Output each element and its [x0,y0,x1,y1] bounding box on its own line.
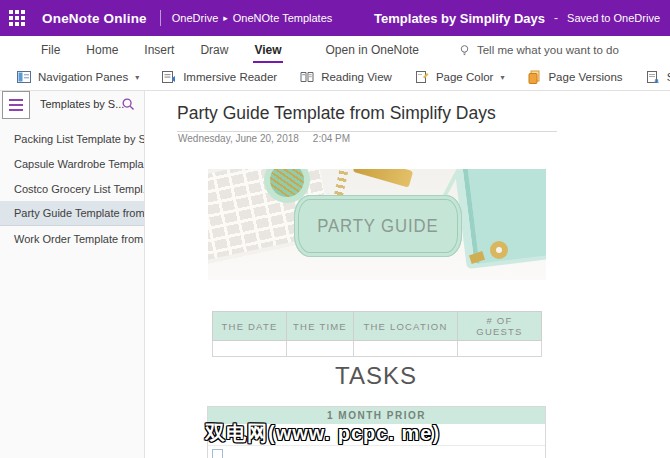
table-cell[interactable] [458,341,542,357]
party-guide-badge: PARTY GUIDE [294,195,462,257]
lightbulb-icon [458,44,471,57]
task-checkbox[interactable] [212,429,223,440]
open-in-onenote-button[interactable]: Open in OneNote [313,43,432,57]
navigation-panes-label: Navigation Panes [38,71,128,83]
sidebar-notebook-label[interactable]: Templates by S... [40,98,124,110]
sidebar-item-capsule-wardrobe[interactable]: Capsule Wardrobe Templa... [0,151,144,176]
column-header-time: THE TIME [287,312,354,341]
page-color-button[interactable]: Page Color ▾ [406,64,513,90]
breadcrumb-root[interactable]: OneDrive [172,12,218,24]
title-dash: - [554,11,558,25]
tab-view[interactable]: View [241,36,294,64]
app-title: OneNote Online [42,11,147,26]
page-title[interactable]: Party Guide Template from Simplify Days [177,103,557,132]
column-header-location: THE LOCATION [354,312,458,341]
table-cell[interactable] [213,341,287,357]
task-checkbox[interactable] [212,449,223,458]
reading-view-icon [299,69,315,85]
show-authors-button[interactable]: a Show Authors [637,64,670,90]
page-versions-button[interactable]: Page Versions [518,64,630,90]
show-authors-icon: a [645,69,661,85]
chevron-down-icon: ▾ [500,73,504,82]
tab-home[interactable]: Home [73,36,131,64]
task-row[interactable] [208,424,545,446]
notebook-title: Templates by Simplify Days [374,11,545,26]
party-guide-badge-label: PARTY GUIDE [317,215,438,237]
header-divider [160,10,161,26]
tell-me-box[interactable]: Tell me what you want to do [458,44,619,57]
sidebar-item-packing-list[interactable]: Packing List Template by Si... [0,126,144,151]
ribbon-toolbar: Navigation Panes ▾ Immersive Reader Read… [0,64,670,91]
navigation-panes-icon [16,69,32,85]
reading-view-button[interactable]: Reading View [291,64,400,90]
page-date: Wednesday, June 20, 2018 [178,133,299,144]
breadcrumb-separator-icon: ▸ [223,13,228,23]
page-list: Packing List Template by Si... Capsule W… [0,126,144,251]
immersive-reader-button[interactable]: Immersive Reader [153,64,285,90]
column-header-guests: # OF GUESTS [458,312,542,341]
sidebar-item-party-guide[interactable]: Party Guide Template from... [0,201,144,226]
task-row[interactable] [208,446,545,458]
app-window: OneNote Online OneDrive ▸ OneNOte Templa… [0,0,670,458]
table-row [213,341,542,357]
immersive-reader-icon [161,69,177,85]
tab-file[interactable]: File [28,36,73,64]
svg-text:a: a [654,77,658,84]
page-color-icon [414,69,430,85]
page-versions-icon [526,69,542,85]
page-versions-label: Page Versions [548,71,622,83]
save-status[interactable]: Saved to OneDrive [567,12,660,24]
tell-me-label: Tell me what you want to do [477,44,619,56]
breadcrumb[interactable]: OneDrive ▸ OneNOte Templates [172,12,332,24]
page-timestamp: Wednesday, June 20, 2018 2:04 PM [178,133,350,144]
app-launcher-icon[interactable] [0,0,34,36]
navigation-panes-button[interactable]: Navigation Panes ▾ [8,64,147,90]
immersive-reader-label: Immersive Reader [183,71,277,83]
month-prior-table: 1 MONTH PRIOR [207,406,546,458]
tape-graphic [490,241,508,259]
tab-insert[interactable]: Insert [131,36,187,64]
month-prior-header: 1 MONTH PRIOR [208,407,545,424]
sidebar-item-work-order[interactable]: Work Order Template from... [0,226,144,251]
stapler-graphic [353,169,413,188]
pages-sidebar: Templates by S... Packing List Template … [0,91,145,458]
show-authors-label: Show Authors [667,71,670,83]
app-header: OneNote Online OneDrive ▸ OneNOte Templa… [0,0,670,36]
sidebar-item-costco-grocery[interactable]: Costco Grocery List Templ... [0,176,144,201]
page-canvas[interactable]: Party Guide Template from Simplify Days … [145,91,670,458]
table-cell[interactable] [354,341,458,357]
hamburger-menu-button[interactable] [2,91,30,119]
tasks-heading: TASKS [207,362,545,390]
hero-image: PARTY GUIDE [208,169,546,280]
page-color-label: Page Color [436,71,494,83]
event-details-table: THE DATE THE TIME THE LOCATION # OF GUES… [212,311,542,357]
table-cell[interactable] [287,341,354,357]
reading-view-label: Reading View [321,71,392,83]
breadcrumb-current[interactable]: OneNOte Templates [233,12,332,24]
tab-draw[interactable]: Draw [187,36,241,64]
menu-bar: File Home Insert Draw View Open in OneNo… [0,36,670,64]
search-icon[interactable] [121,97,136,116]
page-time: 2:04 PM [313,133,350,144]
column-header-date: THE DATE [213,312,287,341]
chevron-down-icon: ▾ [135,73,139,82]
